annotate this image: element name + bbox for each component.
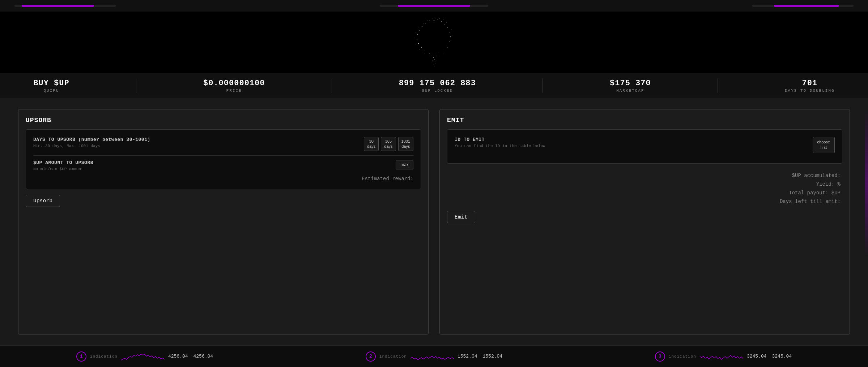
sparkline-3 <box>700 351 743 362</box>
max-button[interactable]: max <box>396 160 413 169</box>
field-separator <box>33 155 413 156</box>
svg-point-48 <box>435 61 436 61</box>
amount-field-hint: No min/max $UP amount <box>33 167 93 171</box>
buy-stat[interactable]: BUY $UP QUIPU <box>33 79 69 93</box>
days-field-label: DAYS TO UPSORB (number between 30-1001) <box>33 137 150 142</box>
id-field-row: ID TO EMIT You can find the ID in the ta… <box>455 137 835 153</box>
days-field-text: DAYS TO UPSORB (number between 30-1001) … <box>33 137 150 148</box>
choose-first-button[interactable]: choosefirst <box>813 137 835 153</box>
indicator-number-3: 3 <box>659 354 661 359</box>
id-field-label: ID TO EMIT <box>455 137 545 142</box>
svg-point-0 <box>434 20 434 21</box>
buy-label: QUIPU <box>33 88 69 93</box>
indicator-values-1: 4256.04 4256.04 <box>168 354 213 359</box>
indicator-label-2: indication <box>379 354 407 359</box>
svg-point-23 <box>436 18 436 18</box>
svg-point-37 <box>416 32 416 32</box>
indicator-badge-3: 3 <box>655 351 665 362</box>
hero-glow <box>401 13 467 71</box>
hero-section <box>0 12 868 73</box>
svg-point-29 <box>447 47 448 48</box>
right-scrollbar-thumb[interactable] <box>774 5 839 7</box>
svg-point-4 <box>447 27 448 28</box>
id-field-text: ID TO EMIT You can find the ID in the ta… <box>455 137 545 148</box>
emit-inner-box: ID TO EMIT You can find the ID in the ta… <box>447 129 842 164</box>
svg-point-35 <box>416 44 416 44</box>
svg-point-47 <box>434 66 435 66</box>
svg-point-44 <box>433 62 433 62</box>
svg-point-42 <box>433 57 434 58</box>
marketcap-stat: $175 370 MARKETCAP <box>610 79 651 93</box>
sup-accumulated-row: $UP accumulated: <box>449 173 841 178</box>
days-doubling-label: DAYS TO DOUBLING <box>785 88 835 93</box>
indicator-val2-1: 4256.04 <box>193 354 213 359</box>
emit-title: EMIT <box>447 117 842 124</box>
svg-point-25 <box>446 22 447 22</box>
locked-label: $UP LOCKED <box>399 88 476 93</box>
divider-4 <box>718 78 718 93</box>
indicator-label-1: indication <box>90 354 118 359</box>
day-1001-button[interactable]: 1001days <box>398 137 413 151</box>
svg-point-38 <box>419 27 419 27</box>
price-stat: $0.000000100 PRICE <box>203 79 265 93</box>
upsorb-title: UPSORB <box>26 117 421 124</box>
price-value: $0.000000100 <box>203 79 265 88</box>
svg-point-34 <box>420 49 420 50</box>
sparkline-2 <box>410 351 454 362</box>
svg-point-1 <box>437 20 438 20</box>
svg-point-39 <box>423 23 424 23</box>
indicator-number-1: 1 <box>80 354 83 359</box>
left-scrollbar-thumb[interactable] <box>22 5 94 7</box>
indicator-group-2: 2 indication 1552.04 1552.04 <box>366 351 502 362</box>
day-365-button[interactable]: 365days <box>381 137 396 151</box>
svg-point-46 <box>434 65 434 65</box>
right-scrollbar-track[interactable] <box>752 5 854 7</box>
svg-point-18 <box>419 30 420 31</box>
upsorb-button[interactable]: Upsorb <box>26 195 60 207</box>
svg-point-21 <box>429 21 430 21</box>
svg-point-30 <box>443 53 443 53</box>
svg-point-22 <box>432 18 432 19</box>
svg-point-28 <box>451 40 451 40</box>
indicator-group-3: 3 indication 3245.04 3245.04 <box>655 351 792 362</box>
sparkline-1 <box>121 351 165 362</box>
indicator-number-2: 2 <box>369 354 372 359</box>
days-field-hint: Min. 30 days, Max. 1001 days <box>33 144 150 148</box>
day-30-button[interactable]: 30days <box>364 137 379 151</box>
indicator-val2-3: 3245.04 <box>772 354 792 359</box>
divider-3 <box>542 78 543 93</box>
svg-point-41 <box>439 18 439 19</box>
particle-visual <box>401 13 467 71</box>
amount-field-label: $UP AMOUNT TO UPSORB <box>33 160 93 165</box>
svg-point-49 <box>432 60 433 61</box>
divider-1 <box>136 78 136 93</box>
bottom-bar: 1 indication 4256.04 4256.04 2 indicatio… <box>0 345 868 367</box>
svg-point-3 <box>444 24 445 25</box>
total-payout-row: Total payout: $UP <box>449 190 841 196</box>
center-scrollbar-track[interactable] <box>380 5 488 7</box>
yield-row: Yield: % <box>449 181 841 187</box>
divider-2 <box>332 78 332 93</box>
main-content: UPSORB DAYS TO UPSORB (number between 30… <box>0 98 868 345</box>
indicator-values-3: 3245.04 3245.04 <box>747 354 792 359</box>
id-field-hint: You can find the ID in the table below <box>455 144 545 148</box>
emit-button[interactable]: Emit <box>447 211 475 223</box>
side-decoration <box>865 110 868 257</box>
left-scrollbar-track[interactable] <box>14 5 116 7</box>
svg-point-27 <box>452 35 452 35</box>
center-scrollbar-thumb[interactable] <box>398 5 470 7</box>
svg-point-7 <box>449 41 450 42</box>
days-left-row: Days left till emit: <box>449 199 841 204</box>
svg-point-2 <box>441 21 442 22</box>
svg-point-31 <box>437 56 437 56</box>
indicator-values-2: 1552.04 1552.04 <box>458 354 502 359</box>
svg-point-32 <box>431 56 431 56</box>
indicator-val1-1: 4256.04 <box>168 354 188 359</box>
svg-point-24 <box>443 19 443 20</box>
upsorb-inner-box: DAYS TO UPSORB (number between 30-1001) … <box>26 129 421 189</box>
indicator-group-1: 1 indication 4256.04 4256.04 <box>76 351 213 362</box>
days-field-row: DAYS TO UPSORB (number between 30-1001) … <box>33 137 413 151</box>
svg-point-15 <box>418 43 419 44</box>
estimated-reward: Estimated reward: <box>33 174 413 184</box>
amount-field-text: $UP AMOUNT TO UPSORB No min/max $UP amou… <box>33 160 93 171</box>
